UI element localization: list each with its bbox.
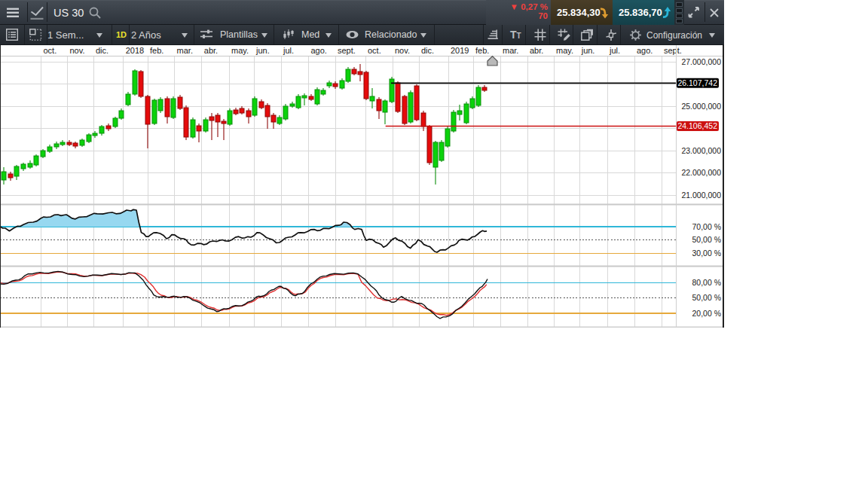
svg-text:24.106,452: 24.106,452 bbox=[677, 121, 717, 130]
svg-text:jun.: jun. bbox=[581, 46, 595, 55]
svg-text:25.000,000: 25.000,000 bbox=[681, 102, 721, 111]
svg-text:26.107,742: 26.107,742 bbox=[677, 78, 717, 87]
svg-text:jul.: jul. bbox=[283, 46, 294, 55]
svg-text:22.000,000: 22.000,000 bbox=[681, 168, 721, 177]
svg-text:80,00 %: 80,00 % bbox=[692, 278, 721, 287]
svg-text:ago.: ago. bbox=[311, 46, 327, 55]
svg-text:23.000,000: 23.000,000 bbox=[681, 146, 721, 155]
svg-text:50,00 %: 50,00 % bbox=[692, 293, 721, 302]
svg-text:70,00 %: 70,00 % bbox=[692, 222, 721, 231]
svg-text:nov.: nov. bbox=[70, 46, 85, 55]
svg-text:oct.: oct. bbox=[368, 46, 381, 55]
svg-text:mar.: mar. bbox=[177, 46, 193, 55]
svg-text:oct.: oct. bbox=[44, 46, 57, 55]
svg-text:abr.: abr. bbox=[530, 46, 543, 55]
svg-text:2019: 2019 bbox=[451, 46, 469, 55]
svg-text:2018: 2018 bbox=[126, 46, 144, 55]
svg-text:27.000,000: 27.000,000 bbox=[681, 57, 721, 66]
svg-text:feb.: feb. bbox=[475, 46, 489, 55]
svg-text:30,00 %: 30,00 % bbox=[692, 249, 721, 258]
svg-text:sept.: sept. bbox=[338, 46, 356, 55]
svg-text:jul.: jul. bbox=[609, 46, 620, 55]
svg-text:ago.: ago. bbox=[637, 46, 653, 55]
svg-text:dic.: dic. bbox=[421, 46, 434, 55]
svg-text:nov.: nov. bbox=[395, 46, 410, 55]
svg-text:may.: may. bbox=[556, 46, 573, 55]
svg-text:sept.: sept. bbox=[664, 46, 682, 55]
svg-text:20,00 %: 20,00 % bbox=[692, 309, 721, 318]
svg-text:jun.: jun. bbox=[255, 46, 270, 55]
svg-text:abr.: abr. bbox=[204, 46, 218, 55]
svg-text:mar.: mar. bbox=[503, 46, 518, 55]
svg-text:50,00 %: 50,00 % bbox=[692, 235, 721, 244]
svg-text:dic.: dic. bbox=[96, 46, 108, 55]
svg-text:may.: may. bbox=[231, 46, 249, 55]
svg-text:21.000,000: 21.000,000 bbox=[681, 191, 721, 200]
svg-text:feb.: feb. bbox=[150, 46, 164, 55]
